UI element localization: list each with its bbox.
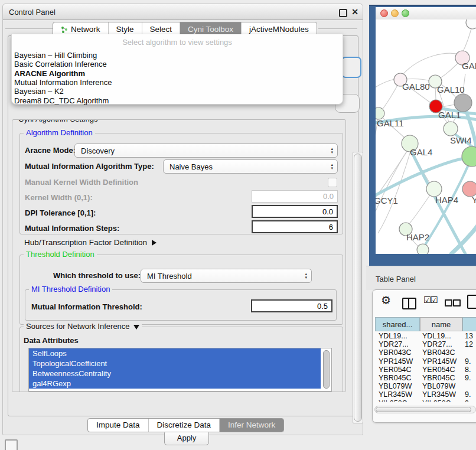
node-label: GAL1 bbox=[438, 110, 461, 120]
manual-kernel-label: Manual Kernel Width Definition bbox=[25, 178, 138, 187]
node-label: GCY1 bbox=[376, 195, 398, 206]
combo-arrows-icon: ▴▾ bbox=[331, 144, 333, 157]
network-node[interactable] bbox=[462, 146, 476, 167]
mi-type-label: Mutual Information Algorithm Type: bbox=[25, 162, 154, 171]
collapse-arrow-icon bbox=[133, 325, 139, 330]
network-tab-icon bbox=[61, 26, 68, 33]
network-node-labels: GAL GAL80 GAL10 GAL1 GAL11 SWI4 GAL4 GCY… bbox=[376, 61, 476, 242]
settings-scrollbar-thumb[interactable] bbox=[354, 154, 362, 422]
tab-impute-data[interactable]: Impute Data bbox=[88, 419, 148, 432]
network-node-gal11[interactable] bbox=[376, 107, 384, 119]
node-label: GAL10 bbox=[437, 84, 465, 94]
table-row[interactable]: YIL052CYIL052C9 bbox=[375, 399, 476, 402]
network-node[interactable] bbox=[454, 94, 472, 112]
dropdown-item[interactable]: Basic Correlation Inference bbox=[14, 60, 107, 69]
obscured-combo-fragment bbox=[341, 57, 361, 78]
threshold-definition-title: Threshold Definition bbox=[24, 250, 97, 259]
table-row[interactable]: YPR145WYPR145W9. bbox=[375, 357, 476, 366]
network-node[interactable] bbox=[466, 19, 476, 29]
minimized-panel-icon[interactable] bbox=[5, 439, 18, 450]
mi-type-select[interactable]: Naive Bayes ▴▾ bbox=[163, 159, 338, 174]
which-threshold-select[interactable]: MI Threshold ▴▾ bbox=[141, 269, 312, 283]
deselect-all-icon[interactable] bbox=[445, 299, 452, 306]
dropdown-item-selected[interactable]: ARACNE Algorithm bbox=[14, 69, 85, 78]
manual-kernel-checkbox[interactable] bbox=[328, 178, 337, 187]
list-item[interactable]: BetweennessCentrality bbox=[29, 369, 321, 379]
algorithm-dropdown-popup: Select algorithm to view settings Bayesi… bbox=[11, 34, 343, 105]
sources-collapser[interactable]: Sources for Network Inference bbox=[24, 322, 142, 331]
node-label: GAL4 bbox=[410, 147, 432, 157]
new-table-icon[interactable] bbox=[467, 295, 476, 309]
node-label: Y bbox=[472, 195, 476, 205]
table-scrollbar-thumb[interactable] bbox=[376, 407, 471, 412]
close-window-icon[interactable]: ✕ bbox=[351, 7, 358, 17]
settings-scrollbar[interactable] bbox=[353, 152, 363, 423]
table-rows: YDL19...YDL19...13 YDR27...YDR27...12 YB… bbox=[375, 332, 476, 402]
table-row[interactable]: YDL19...YDL19...13 bbox=[375, 332, 476, 340]
mi-threshold-field[interactable]: 0.5 bbox=[251, 299, 332, 312]
settings-group-title: Cyni Algorithm Settings bbox=[16, 119, 100, 123]
dpi-tolerance-field[interactable]: 0.0 bbox=[252, 205, 338, 218]
table-row[interactable]: YER054CYER054C8. bbox=[375, 366, 476, 374]
minimize-traffic-light[interactable] bbox=[391, 9, 399, 17]
select-all-icon[interactable]: ☑☑ bbox=[423, 295, 437, 305]
threshold-definition-group: Threshold Definition Which threshold to … bbox=[19, 255, 343, 325]
list-item[interactable]: gal4RGexp bbox=[29, 379, 321, 389]
close-traffic-light[interactable] bbox=[380, 9, 388, 17]
data-attributes-label: Data Attributes bbox=[24, 336, 79, 345]
dpi-tolerance-label: DPI Tolerance [0,1]: bbox=[25, 208, 96, 217]
aracne-mode-label: Aracne Mode: bbox=[25, 146, 76, 155]
dropdown-item[interactable]: Mutual Information Inference bbox=[14, 78, 112, 87]
dropdown-item[interactable]: Bayesian – K2 bbox=[14, 87, 64, 96]
mi-threshold-label: Mutual Information Threshold: bbox=[31, 302, 142, 311]
algorithm-definition-group: Algorithm Definition Aracne Mode: Discov… bbox=[19, 133, 343, 234]
dropdown-prompt: Select algorithm to view settings bbox=[12, 38, 343, 47]
settings-gear-icon[interactable]: ⚙ bbox=[381, 294, 391, 307]
column-view-icon[interactable] bbox=[402, 298, 416, 309]
algorithm-definition-title: Algorithm Definition bbox=[24, 128, 95, 137]
list-item[interactable]: SelfLoops bbox=[29, 348, 321, 358]
column-header-shared-name[interactable]: shared... bbox=[375, 317, 420, 331]
hub-factor-expander[interactable]: Hub/Transcription Factor Definition bbox=[24, 238, 157, 247]
node-label: HAP2 bbox=[406, 232, 429, 242]
kernel-width-field[interactable]: 0.0 bbox=[252, 190, 338, 203]
mi-threshold-definition-title: MI Threshold Definition bbox=[29, 285, 112, 294]
list-item[interactable]: TopologicalCoefficient bbox=[29, 358, 321, 369]
tabbar-right-line bbox=[318, 28, 357, 29]
dropdown-item[interactable]: Bayesian – Hill Climbing bbox=[14, 51, 97, 60]
data-attributes-list: SelfLoops TopologicalCoefficient Between… bbox=[28, 348, 332, 392]
node-label: SWI4 bbox=[450, 135, 472, 145]
table-row[interactable]: YLR345WYLR345W9. bbox=[375, 390, 476, 399]
column-header-clipped[interactable] bbox=[462, 317, 476, 331]
node-label: GAL11 bbox=[377, 118, 404, 128]
cyni-bottom-tabbar: Impute Data Discretize Data Infer Networ… bbox=[87, 418, 284, 432]
dropdown-item[interactable]: Dream8 DC_TDC Algorithm bbox=[14, 96, 109, 105]
network-canvas[interactable]: GAL GAL80 GAL10 GAL1 GAL11 SWI4 GAL4 GCY… bbox=[376, 19, 476, 254]
node-label: GAL80 bbox=[402, 81, 430, 92]
network-node[interactable] bbox=[417, 244, 429, 254]
window-title: Control Panel bbox=[9, 8, 56, 17]
node-label: HAP4 bbox=[435, 195, 458, 205]
tab-discretize-data[interactable]: Discretize Data bbox=[148, 419, 220, 432]
zoom-traffic-light[interactable] bbox=[402, 9, 409, 17]
mi-steps-field[interactable]: 6 bbox=[252, 220, 338, 233]
mi-threshold-definition-group: MI Threshold Definition Mutual Informati… bbox=[25, 289, 337, 321]
table-row[interactable]: YBR045CYBR045C9. bbox=[375, 374, 476, 382]
table-horizontal-scrollbar[interactable] bbox=[374, 406, 476, 413]
aracne-mode-select[interactable]: Discovery ▴▾ bbox=[74, 144, 338, 158]
network-node-swi4[interactable] bbox=[444, 122, 458, 136]
apply-button[interactable]: Apply bbox=[164, 431, 209, 445]
deselect-all-icon[interactable] bbox=[453, 299, 461, 306]
cyni-algorithm-settings-group: Cyni Algorithm Settings Algorithm Defini… bbox=[12, 119, 346, 392]
float-window-icon[interactable] bbox=[339, 9, 347, 17]
combo-arrows-icon: ▴▾ bbox=[305, 269, 307, 282]
table-panel-header: Table Panel bbox=[366, 266, 476, 290]
list-scrollbar-thumb[interactable] bbox=[323, 350, 330, 389]
table-row[interactable]: YBR043CYBR043C bbox=[375, 348, 476, 357]
table-row[interactable]: YDR27...YDR27...12 bbox=[375, 340, 476, 348]
kernel-width-label: Kernel Width (0,1): bbox=[25, 193, 93, 202]
table-row[interactable]: YBL079WYBL079W bbox=[375, 382, 476, 390]
network-frame-titlebar[interactable] bbox=[376, 7, 476, 19]
tab-infer-network[interactable]: Infer Network bbox=[219, 419, 283, 432]
column-header-name[interactable]: name bbox=[420, 317, 462, 331]
